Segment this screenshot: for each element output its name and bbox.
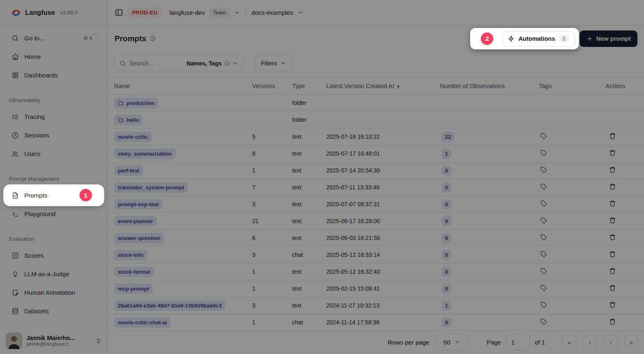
langfuse-app: Langfuse v3.89.0 Go to... ⌘ K Home	[0, 0, 644, 354]
dim-overlay	[0, 0, 644, 354]
annotation-badge-1: 1	[80, 189, 92, 201]
zap-icon	[508, 35, 515, 42]
prompts-icon	[12, 192, 19, 199]
automations-label: Automations	[518, 35, 555, 42]
automations-button[interactable]: Automations 2	[502, 31, 575, 47]
sidebar-item-prompts[interactable]: Prompts 1	[5, 186, 103, 205]
automations-callout: 2 Automations 2	[470, 28, 579, 49]
sidebar-item-label: Prompts	[24, 192, 47, 199]
automations-count: 2	[559, 35, 569, 42]
annotation-badge-2: 2	[481, 33, 493, 45]
